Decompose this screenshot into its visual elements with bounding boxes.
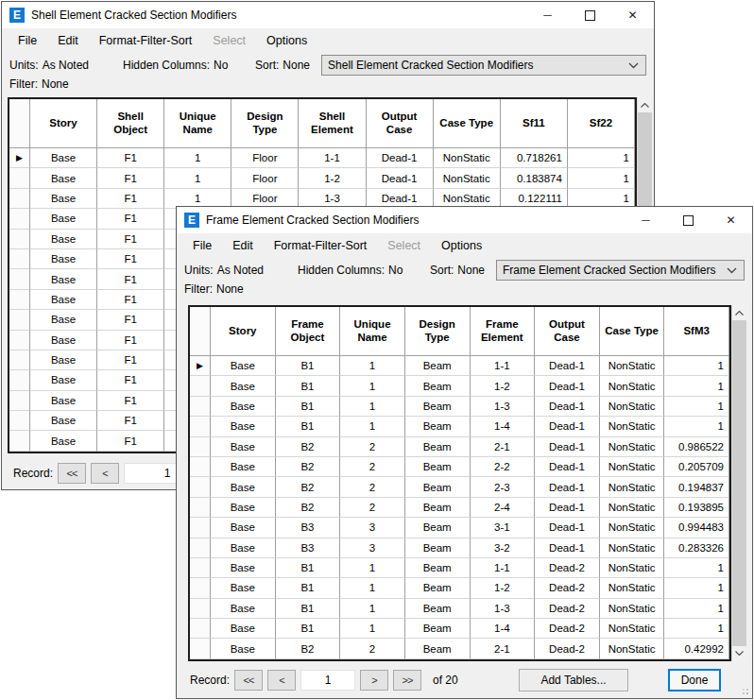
record-number-input[interactable]: 1 bbox=[300, 670, 355, 691]
table-cell[interactable]: Dead-1 bbox=[535, 538, 600, 558]
table-cell[interactable]: Dead-2 bbox=[535, 578, 600, 598]
table-cell[interactable]: Dead-1 bbox=[535, 356, 600, 376]
table-cell[interactable]: Floor bbox=[231, 148, 299, 168]
table-cell[interactable]: 0.718261 bbox=[501, 148, 568, 168]
table-cell[interactable]: Dead-1 bbox=[535, 518, 600, 538]
table-cell[interactable]: Dead-1 bbox=[535, 457, 600, 477]
table-cell[interactable]: NonStatic bbox=[600, 417, 665, 436]
row-selector[interactable] bbox=[190, 578, 211, 598]
column-header[interactable]: Case Type bbox=[600, 307, 665, 356]
table-cell[interactable]: NonStatic bbox=[600, 457, 665, 477]
table-cell[interactable]: Floor bbox=[231, 168, 299, 188]
column-header[interactable]: Unique Name bbox=[164, 99, 231, 148]
table-cell[interactable]: B1 bbox=[276, 417, 341, 436]
table-cell[interactable]: 3 bbox=[340, 518, 405, 538]
table-cell[interactable]: NonStatic bbox=[600, 376, 665, 396]
table-cell[interactable]: 1 bbox=[340, 397, 405, 417]
menu-file[interactable]: File bbox=[8, 34, 47, 47]
table-cell[interactable]: 3-1 bbox=[471, 518, 536, 538]
table-cell[interactable]: F1 bbox=[97, 350, 164, 370]
table-cell[interactable]: Beam bbox=[405, 376, 471, 396]
add-tables-button[interactable]: Add Tables... bbox=[519, 669, 628, 691]
menu-format-filter-sort[interactable]: Format-Filter-Sort bbox=[89, 34, 203, 47]
table-cell[interactable]: NonStatic bbox=[600, 356, 665, 376]
row-selector[interactable] bbox=[190, 558, 211, 578]
row-selector[interactable] bbox=[9, 209, 30, 229]
table-cell[interactable]: F1 bbox=[97, 391, 164, 411]
row-selector[interactable]: ▶ bbox=[190, 356, 211, 376]
row-selector[interactable] bbox=[190, 397, 211, 417]
table-cell[interactable]: NonStatic bbox=[600, 619, 665, 639]
table-cell[interactable]: Base bbox=[30, 249, 97, 269]
table-cell[interactable]: Base bbox=[211, 619, 276, 639]
minimize-button[interactable]: ─ bbox=[526, 2, 569, 28]
table-cell[interactable]: Base bbox=[30, 370, 97, 390]
table-cell[interactable]: Beam bbox=[405, 397, 471, 417]
row-selector[interactable] bbox=[9, 249, 30, 269]
maximize-button[interactable] bbox=[667, 207, 710, 233]
table-cell[interactable]: 1 bbox=[340, 376, 405, 396]
maximize-button[interactable] bbox=[569, 2, 611, 28]
table-cell[interactable]: Dead-1 bbox=[535, 477, 600, 497]
table-cell[interactable]: 0.193895 bbox=[664, 498, 729, 518]
table-cell[interactable]: B2 bbox=[276, 498, 341, 518]
table-cell[interactable]: Beam bbox=[405, 538, 471, 558]
table-cell[interactable]: F1 bbox=[97, 230, 164, 249]
table-cell[interactable]: B1 bbox=[276, 397, 341, 417]
column-header[interactable]: Design Type bbox=[231, 99, 299, 148]
vertical-scrollbar[interactable] bbox=[731, 305, 746, 661]
table-cell[interactable]: 0.194837 bbox=[664, 477, 729, 497]
table-cell[interactable]: Base bbox=[211, 437, 276, 457]
table-cell[interactable]: 1 bbox=[664, 417, 729, 436]
table-cell[interactable]: 1-1 bbox=[471, 356, 536, 376]
table-cell[interactable]: F1 bbox=[97, 168, 164, 188]
table-cell[interactable]: 1-1 bbox=[299, 148, 366, 168]
table-cell[interactable]: Base bbox=[211, 639, 276, 658]
table-cell[interactable]: Beam bbox=[405, 477, 471, 497]
next-record-button[interactable]: > bbox=[360, 670, 388, 691]
table-cell[interactable]: Base bbox=[211, 518, 276, 538]
row-selector[interactable] bbox=[190, 437, 211, 457]
table-cell[interactable]: 2-1 bbox=[471, 639, 536, 658]
column-header[interactable]: Unique Name bbox=[340, 307, 405, 356]
table-cell[interactable]: Base bbox=[211, 558, 276, 578]
table-cell[interactable]: B3 bbox=[276, 518, 341, 538]
table-cell[interactable]: Base bbox=[30, 290, 97, 310]
column-header[interactable]: Story bbox=[211, 307, 276, 356]
column-header[interactable]: Story bbox=[30, 99, 97, 148]
first-record-button[interactable]: << bbox=[234, 670, 263, 691]
table-cell[interactable]: 1 bbox=[568, 148, 635, 168]
table-cell[interactable]: F1 bbox=[97, 148, 164, 168]
table-cell[interactable]: B2 bbox=[276, 477, 341, 497]
table-cell[interactable]: F1 bbox=[97, 370, 164, 390]
scroll-up-icon[interactable] bbox=[638, 97, 652, 112]
row-selector[interactable] bbox=[9, 269, 30, 289]
table-cell[interactable]: NonStatic bbox=[600, 538, 665, 558]
table-cell[interactable]: 2 bbox=[340, 498, 405, 518]
table-cell[interactable]: 2 bbox=[340, 437, 405, 457]
column-header[interactable]: Case Type bbox=[434, 99, 501, 148]
table-select-combobox[interactable]: Frame Element Cracked Section Modifiers bbox=[496, 260, 745, 281]
first-record-button[interactable]: << bbox=[58, 463, 86, 484]
table-cell[interactable]: F1 bbox=[97, 411, 164, 431]
table-cell[interactable]: Base bbox=[30, 269, 97, 289]
row-selector[interactable] bbox=[190, 639, 211, 658]
table-cell[interactable]: Base bbox=[30, 209, 97, 229]
table-cell[interactable]: 1 bbox=[340, 619, 405, 639]
table-cell[interactable]: 1 bbox=[664, 558, 729, 578]
table-cell[interactable]: NonStatic bbox=[600, 599, 665, 619]
row-selector[interactable] bbox=[9, 168, 30, 188]
table-cell[interactable]: Dead-2 bbox=[535, 639, 600, 658]
menu-edit[interactable]: Edit bbox=[222, 239, 264, 252]
table-cell[interactable]: 3-2 bbox=[471, 538, 536, 558]
table-cell[interactable]: Base bbox=[211, 457, 276, 477]
table-cell[interactable]: NonStatic bbox=[600, 518, 665, 538]
table-cell[interactable]: Base bbox=[30, 391, 97, 411]
menu-edit[interactable]: Edit bbox=[47, 34, 89, 47]
table-cell[interactable]: 2 bbox=[340, 477, 405, 497]
table-cell[interactable]: Dead-1 bbox=[535, 397, 600, 417]
table-cell[interactable]: Beam bbox=[405, 619, 471, 639]
table-cell[interactable]: Dead-1 bbox=[535, 376, 600, 396]
table-cell[interactable]: 1 bbox=[340, 417, 405, 436]
table-cell[interactable]: Beam bbox=[405, 457, 471, 477]
